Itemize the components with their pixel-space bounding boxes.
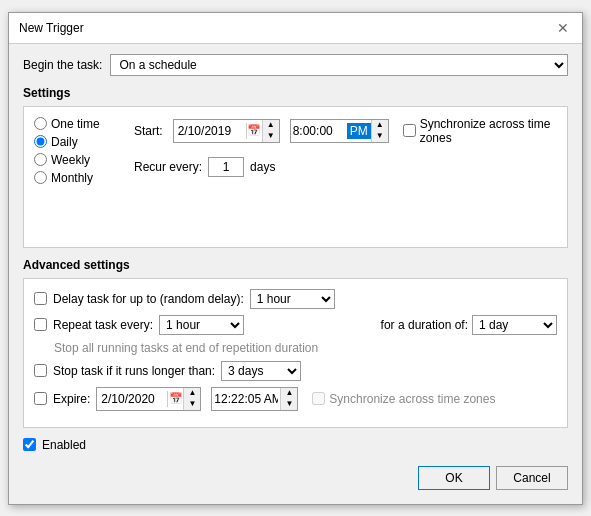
stop-all-row: Stop all running tasks at end of repetit… (34, 341, 557, 355)
start-date-input-group: 📅 ▲ ▼ (173, 119, 280, 143)
delay-checkbox[interactable] (34, 292, 47, 305)
radio-one-time[interactable]: One time (34, 117, 124, 131)
delay-select[interactable]: 1 hour 30 minutes 2 hours (250, 289, 335, 309)
start-date-calendar-icon[interactable]: 📅 (246, 123, 262, 139)
enabled-row: Enabled (23, 438, 568, 452)
start-date-down[interactable]: ▼ (263, 131, 279, 142)
advanced-box: Delay task for up to (random delay): 1 h… (23, 278, 568, 428)
start-row: Start: 📅 ▲ ▼ PM ▲ ▼ (134, 117, 557, 145)
sync-check-group: Synchronize across time zones (403, 117, 557, 145)
settings-box: One time Daily Weekly Monthly (23, 106, 568, 248)
start-time-input-group: PM ▲ ▼ (290, 119, 389, 143)
ok-button[interactable]: OK (418, 466, 490, 490)
radio-monthly-input[interactable] (34, 171, 47, 184)
duration-label: for a duration of: (381, 318, 468, 332)
repeat-row: Repeat task every: 1 hour 5 minutes 30 m… (34, 315, 557, 335)
radio-daily-input[interactable] (34, 135, 47, 148)
repeat-select[interactable]: 1 hour 5 minutes 30 minutes (159, 315, 244, 335)
recur-value-input[interactable] (208, 157, 244, 177)
radio-weekly-label: Weekly (51, 153, 90, 167)
new-trigger-dialog: New Trigger ✕ Begin the task: On a sched… (8, 12, 583, 505)
expire-time-group: ▲ ▼ (211, 387, 298, 411)
expire-date-up[interactable]: ▲ (184, 388, 200, 399)
radio-weekly[interactable]: Weekly (34, 153, 124, 167)
expire-time-down[interactable]: ▼ (281, 399, 297, 410)
start-time-input[interactable] (291, 122, 347, 140)
expire-date-input[interactable] (97, 390, 167, 408)
expire-time-input[interactable] (212, 390, 280, 408)
radio-daily[interactable]: Daily (34, 135, 124, 149)
close-button[interactable]: ✕ (554, 19, 572, 37)
enabled-checkbox[interactable] (23, 438, 36, 451)
repeat-label: Repeat task every: (53, 318, 153, 332)
radio-monthly-label: Monthly (51, 171, 93, 185)
expire-date-calendar-icon[interactable]: 📅 (167, 391, 183, 407)
radio-daily-label: Daily (51, 135, 78, 149)
radio-group: One time Daily Weekly Monthly (34, 117, 124, 185)
expire-date-down[interactable]: ▼ (184, 399, 200, 410)
duration-select[interactable]: 1 day 30 minutes Indefinitely (472, 315, 557, 335)
stop-longer-row: Stop task if it runs longer than: 3 days… (34, 361, 557, 381)
repeat-checkbox[interactable] (34, 318, 47, 331)
start-ampm[interactable]: PM (347, 123, 371, 139)
dialog-title: New Trigger (19, 21, 84, 35)
start-label: Start: (134, 124, 163, 138)
cancel-button[interactable]: Cancel (496, 466, 568, 490)
radio-one-time-input[interactable] (34, 117, 47, 130)
sync-checkbox[interactable] (403, 124, 416, 137)
delay-label: Delay task for up to (random delay): (53, 292, 244, 306)
enabled-label: Enabled (42, 438, 86, 452)
title-bar: New Trigger ✕ (9, 13, 582, 44)
button-row: OK Cancel (23, 462, 568, 494)
recur-unit-label: days (250, 160, 275, 174)
advanced-settings-label: Advanced settings (23, 258, 568, 272)
expire-date-group: 📅 ▲ ▼ (96, 387, 201, 411)
delay-row: Delay task for up to (random delay): 1 h… (34, 289, 557, 309)
schedule-right: Start: 📅 ▲ ▼ PM ▲ ▼ (134, 117, 557, 237)
expire-checkbox[interactable] (34, 392, 47, 405)
recur-label: Recur every: (134, 160, 202, 174)
dialog-body: Begin the task: On a schedule At log on … (9, 44, 582, 504)
expire-date-spinners: ▲ ▼ (183, 388, 200, 410)
begin-task-row: Begin the task: On a schedule At log on … (23, 54, 568, 76)
expire-time-spinners: ▲ ▼ (280, 388, 297, 410)
stop-longer-select[interactable]: 3 days 1 hour 1 day (221, 361, 301, 381)
expire-sync-label: Synchronize across time zones (329, 392, 495, 406)
start-time-spinners: ▲ ▼ (371, 120, 388, 142)
radio-weekly-input[interactable] (34, 153, 47, 166)
start-date-input[interactable] (174, 122, 246, 140)
expire-row: Expire: 📅 ▲ ▼ ▲ ▼ (34, 387, 557, 411)
stop-longer-checkbox[interactable] (34, 364, 47, 377)
expire-time-up[interactable]: ▲ (281, 388, 297, 399)
radio-one-time-label: One time (51, 117, 100, 131)
start-date-spinners: ▲ ▼ (262, 120, 279, 142)
expire-sync-group: Synchronize across time zones (312, 392, 495, 406)
recur-row: Recur every: days (134, 157, 557, 177)
sync-label: Synchronize across time zones (420, 117, 553, 145)
start-date-up[interactable]: ▲ (263, 120, 279, 131)
start-time-up[interactable]: ▲ (372, 120, 388, 131)
start-time-down[interactable]: ▼ (372, 131, 388, 142)
begin-task-select[interactable]: On a schedule At log on At startup (110, 54, 568, 76)
begin-task-label: Begin the task: (23, 58, 102, 72)
stop-all-label: Stop all running tasks at end of repetit… (54, 341, 318, 355)
expire-sync-checkbox[interactable] (312, 392, 325, 405)
stop-longer-label: Stop task if it runs longer than: (53, 364, 215, 378)
settings-label: Settings (23, 86, 568, 100)
duration-group: for a duration of: 1 day 30 minutes Inde… (381, 315, 557, 335)
radio-monthly[interactable]: Monthly (34, 171, 124, 185)
expire-label: Expire: (53, 392, 90, 406)
